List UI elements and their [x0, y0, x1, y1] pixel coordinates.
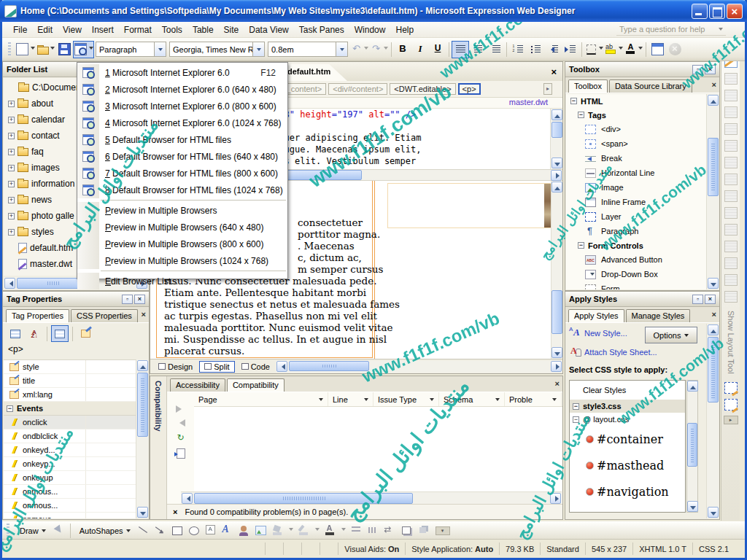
- select-objects-icon[interactable]: [53, 524, 65, 537]
- undo-button[interactable]: [349, 41, 369, 58]
- expand-icon[interactable]: +: [8, 117, 15, 123]
- scroll-thumb[interactable]: [708, 337, 719, 402]
- close-button[interactable]: [727, 4, 743, 19]
- close-panel-icon[interactable]: ×: [705, 295, 716, 304]
- sort-dropdown-icon[interactable]: [495, 398, 500, 403]
- menu-item-preview-in-multiple-browsers[interactable]: Preview in Multiple Browsers: [77, 202, 287, 219]
- scroll-up-icon[interactable]: [551, 182, 562, 192]
- scroll-down-icon[interactable]: [687, 501, 698, 512]
- event-row-onkeyp-3[interactable]: onkeyp...: [4, 457, 136, 471]
- menu-item-edit-browser-list[interactable]: Edit Browser List...: [77, 273, 287, 289]
- section-form-controls[interactable]: −Form Controls: [566, 238, 706, 252]
- tab-default-htm[interactable]: default.htm: [278, 64, 347, 81]
- menu-insert[interactable]: Insert: [87, 23, 119, 37]
- threed-icon[interactable]: [417, 524, 430, 537]
- scroll-up-icon[interactable]: [137, 360, 148, 371]
- view-button-split[interactable]: Split: [199, 361, 234, 373]
- align-left-button[interactable]: [452, 41, 469, 58]
- scroll-left-icon[interactable]: [4, 278, 15, 289]
- align-center-button[interactable]: [469, 41, 487, 58]
- wordart-icon[interactable]: [221, 524, 233, 537]
- layout-table-icon-1[interactable]: [724, 174, 738, 185]
- menu-item-5-default-browser-for-html-files[interactable]: 5 Default Browser for HTML files: [77, 131, 287, 148]
- clear-styles-item[interactable]: Clear Styles: [570, 381, 685, 400]
- close-results-icon[interactable]: ×: [173, 508, 177, 516]
- tag-properties-header[interactable]: Tag Properties ▫ ×: [3, 292, 149, 307]
- menu-item-8-default-browser-for-html-files-1024-x-768[interactable]: 8 Default Browser for HTML files (1024 x…: [77, 182, 287, 198]
- menu-item-preview-in-multiple-browsers-1024-x-768[interactable]: Preview in Multiple Browsers (747 x 560…: [77, 252, 287, 269]
- collapse-icon[interactable]: −: [7, 405, 13, 412]
- expand-icon[interactable]: +: [8, 213, 15, 219]
- row-below-icon[interactable]: [724, 123, 738, 135]
- menu-item-7-default-browser-for-html-files-800-x-600[interactable]: 7 Default Browser for HTML files (800 x …: [77, 165, 287, 182]
- quick-tag-p[interactable]: <p>: [458, 83, 481, 95]
- menu-window[interactable]: Window: [349, 23, 391, 37]
- scroll-thumb[interactable]: [551, 122, 562, 138]
- toolbox-item-advanced-button[interactable]: Advanced Button: [566, 252, 706, 267]
- column-header-line[interactable]: Line: [328, 392, 374, 406]
- toolbox-item-break[interactable]: Break: [566, 151, 706, 166]
- chevron-down-icon[interactable]: [154, 42, 166, 56]
- save-button[interactable]: [55, 41, 73, 58]
- chevron-down-icon[interactable]: [252, 42, 264, 56]
- scroll-up-icon[interactable]: [708, 95, 719, 106]
- decrease-indent-button[interactable]: [544, 41, 562, 58]
- redo-button[interactable]: [369, 41, 389, 58]
- menu-item-1-microsoft-internet-explorer-6-0[interactable]: 1 Microsoft Internet Explorer 6.0F12: [77, 64, 287, 81]
- scroll-up-icon[interactable]: [708, 324, 719, 335]
- column-right-icon[interactable]: [724, 157, 738, 168]
- toolbox-item-layer[interactable]: Layer: [566, 209, 706, 224]
- menu-item-6-default-browser-for-html-files-640-x-480[interactable]: 6 Default Browser for HTML files (640 x …: [77, 148, 287, 165]
- attribute-row-style[interactable]: style: [4, 360, 136, 374]
- next-result-icon[interactable]: [176, 405, 185, 413]
- tab-accessibility[interactable]: Accessibility: [170, 378, 225, 392]
- arrow-style-icon[interactable]: [384, 524, 396, 537]
- merge-cells-icon[interactable]: [724, 257, 738, 269]
- css-style-container[interactable]: #container: [570, 426, 685, 452]
- underline-button[interactable]: [429, 41, 446, 58]
- toolbox-item-image[interactable]: Image: [566, 180, 706, 195]
- expand-icon[interactable]: +: [8, 229, 15, 236]
- quick-tag-dwt-editable[interactable]: <DWT.editable>: [390, 83, 455, 95]
- menu-tools[interactable]: Tools: [157, 23, 187, 37]
- close-page-icon[interactable]: ×: [551, 66, 557, 77]
- highlight-button[interactable]: [604, 41, 624, 58]
- scroll-thumb[interactable]: [687, 423, 697, 467]
- borders-button[interactable]: [584, 41, 604, 58]
- menu-edit[interactable]: Edit: [32, 23, 58, 37]
- close-panel-icon[interactable]: ×: [705, 65, 716, 74]
- tab-manage-styles[interactable]: Manage Styles: [626, 309, 691, 322]
- column-header-page[interactable]: Page: [194, 392, 328, 406]
- section-tags[interactable]: −Tags: [566, 108, 706, 122]
- sort-dropdown-icon[interactable]: [319, 398, 323, 403]
- refresh-icon[interactable]: ↻: [177, 433, 184, 442]
- toolbox-item-drop-down-box[interactable]: Drop-Down Box: [566, 267, 706, 281]
- tab-tag-properties[interactable]: Tag Properties: [6, 309, 69, 322]
- cell-formatting-icon-2[interactable]: [724, 224, 738, 236]
- menu-item-4-microsoft-internet-explorer-6-0-1024-x-768[interactable]: 4 Microsoft Internet Explorer 6.0 (1024 …: [77, 114, 287, 131]
- menu-format[interactable]: Format: [119, 23, 157, 37]
- toolbox-header[interactable]: Toolbox ▫ ×: [565, 62, 719, 77]
- close-panel-icon[interactable]: ×: [134, 295, 145, 304]
- maximize-button[interactable]: [709, 4, 725, 19]
- row-above-icon[interactable]: [724, 106, 738, 118]
- font-color2-icon[interactable]: [324, 524, 336, 537]
- quick-tag-div-content[interactable]: <div#content>: [328, 83, 387, 95]
- oval-icon[interactable]: [187, 524, 200, 537]
- event-row-ondblclick-1[interactable]: ondblclick: [4, 429, 136, 443]
- design-region-right[interactable]: [387, 183, 553, 228]
- attribute-row-xml-lang[interactable]: xml:lang: [4, 388, 136, 402]
- expand-icon[interactable]: +: [8, 197, 15, 203]
- line-color-icon[interactable]: [298, 524, 310, 537]
- collapse-icon[interactable]: −: [578, 242, 584, 249]
- scroll-thumb[interactable]: [708, 138, 719, 196]
- results-hscrollbar[interactable]: [181, 491, 562, 504]
- scroll-up-icon[interactable]: [687, 381, 698, 392]
- scroll-right-icon[interactable]: [550, 493, 561, 504]
- view-button-code[interactable]: Code: [236, 361, 275, 373]
- toolbox-vscrollbar[interactable]: [706, 94, 719, 289]
- view-button-design[interactable]: Design: [153, 361, 198, 373]
- tag-properties-vscrollbar[interactable]: [136, 359, 148, 518]
- styles-list-vscrollbar[interactable]: [686, 380, 698, 513]
- font-size-combo[interactable]: 0.8em: [268, 42, 348, 57]
